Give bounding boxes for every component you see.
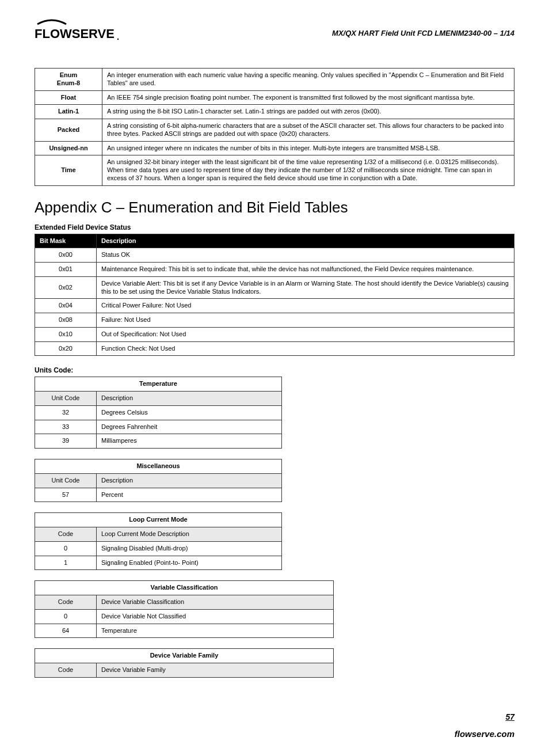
table-row: 0x10Out of Specification: Not Used bbox=[35, 327, 514, 341]
document-title: MX/QX HART Field Unit FCD LMENIM2340-00 … bbox=[332, 29, 514, 37]
logo: FLOWSERVE bbox=[35, 17, 121, 45]
table-header-row: CodeDevice Variable Family bbox=[35, 663, 334, 678]
type-name: Latin-1 bbox=[35, 105, 102, 119]
bit-desc: Failure: Not Used bbox=[97, 313, 514, 328]
table-row: 0x01Maintenance Required: This bit is se… bbox=[35, 263, 514, 277]
table-header-row: CodeDevice Variable Classification bbox=[35, 595, 334, 610]
table-row: Enum Enum-8 An integer enumeration with … bbox=[35, 69, 514, 91]
appendix-heading: Appendix C – Enumeration and Bit Field T… bbox=[35, 199, 514, 216]
table-title-row: Temperature bbox=[35, 377, 282, 392]
data-types-table: Enum Enum-8 An integer enumeration with … bbox=[35, 68, 514, 186]
variable-classification-table: Variable Classification CodeDevice Varia… bbox=[35, 580, 334, 638]
col-bit-mask: Bit Mask bbox=[35, 234, 97, 248]
class-code: 0 bbox=[35, 609, 97, 624]
table-title: Device Variable Family bbox=[35, 649, 334, 663]
col-code: Code bbox=[35, 663, 97, 678]
table-row: Float An IEEE 754 single precision float… bbox=[35, 90, 514, 105]
extended-status-heading: Extended Field Device Status bbox=[35, 223, 514, 231]
table-row: 0x08Failure: Not Used bbox=[35, 313, 514, 328]
flowserve-logo-icon: FLOWSERVE bbox=[35, 17, 121, 45]
table-row: 0Signaling Disabled (Multi-drop) bbox=[35, 541, 282, 556]
table-header-row: Unit CodeDescription bbox=[35, 473, 282, 488]
table-row: 0Device Variable Not Classified bbox=[35, 609, 334, 624]
table-row: 0x00Status OK bbox=[35, 248, 514, 263]
bit-desc: Function Check: Not Used bbox=[97, 341, 514, 356]
extended-status-table: Bit Mask Description 0x00Status OK 0x01M… bbox=[35, 234, 514, 356]
col-description: Loop Current Mode Description bbox=[97, 527, 282, 542]
bit-desc: Out of Specification: Not Used bbox=[97, 327, 514, 341]
bit-desc: Critical Power Failure: Not Used bbox=[97, 299, 514, 313]
page-header: FLOWSERVE MX/QX HART Field Unit FCD LMEN… bbox=[35, 17, 514, 45]
col-description: Device Variable Classification bbox=[97, 595, 334, 610]
type-desc: A string using the 8-bit ISO Latin-1 cha… bbox=[102, 105, 514, 119]
table-row: 32Degrees Celsius bbox=[35, 405, 282, 420]
unit-code: 39 bbox=[35, 434, 97, 449]
col-unit-code: Unit Code bbox=[35, 473, 97, 488]
page: FLOWSERVE MX/QX HART Field Unit FCD LMEN… bbox=[0, 0, 549, 756]
table-row: 64Temperature bbox=[35, 624, 334, 638]
unit-code: 33 bbox=[35, 420, 97, 434]
mode-code: 1 bbox=[35, 556, 97, 570]
type-name: Packed bbox=[35, 119, 102, 142]
table-header-row: Unit CodeDescription bbox=[35, 392, 282, 406]
table-row: 1Signaling Enabled (Point-to- Point) bbox=[35, 556, 282, 570]
bit-mask: 0x20 bbox=[35, 341, 97, 356]
table-header-row: CodeLoop Current Mode Description bbox=[35, 527, 282, 542]
type-desc: A string consisting of 6-bit alpha-numer… bbox=[102, 119, 514, 142]
type-name: Time bbox=[35, 155, 102, 185]
col-description: Description bbox=[97, 234, 514, 248]
table-title-row: Variable Classification bbox=[35, 581, 334, 595]
table-title: Variable Classification bbox=[35, 581, 334, 595]
unit-code: 32 bbox=[35, 405, 97, 420]
table-row: 0x20Function Check: Not Used bbox=[35, 341, 514, 356]
temperature-table: Temperature Unit CodeDescription 32Degre… bbox=[35, 377, 282, 449]
miscellaneous-table: Miscellaneous Unit CodeDescription 57Per… bbox=[35, 459, 282, 502]
table-title-row: Loop Current Mode bbox=[35, 513, 282, 527]
table-row: 0x04Critical Power Failure: Not Used bbox=[35, 299, 514, 313]
unit-desc: Percent bbox=[97, 488, 282, 502]
units-code-heading: Units Code: bbox=[35, 366, 514, 374]
class-code: 64 bbox=[35, 624, 97, 638]
table-row: 33Degrees Fahrenheit bbox=[35, 420, 282, 434]
table-row: 39Milliamperes bbox=[35, 434, 282, 449]
table-row: Packed A string consisting of 6-bit alph… bbox=[35, 119, 514, 142]
class-desc: Device Variable Not Classified bbox=[97, 609, 334, 624]
table-title: Temperature bbox=[35, 377, 282, 392]
type-desc: An unsigned 32-bit binary integer with t… bbox=[102, 155, 514, 185]
table-row: 57Percent bbox=[35, 488, 282, 502]
svg-point-0 bbox=[117, 39, 119, 40]
bit-mask: 0x08 bbox=[35, 313, 97, 328]
unit-desc: Milliamperes bbox=[97, 434, 282, 449]
class-desc: Temperature bbox=[97, 624, 334, 638]
table-title-row: Miscellaneous bbox=[35, 459, 282, 474]
col-description: Description bbox=[97, 392, 282, 406]
col-description: Description bbox=[97, 473, 282, 488]
bit-desc: Maintenance Required: This bit is set to… bbox=[97, 263, 514, 277]
table-header-row: Bit Mask Description bbox=[35, 234, 514, 248]
unit-desc: Degrees Celsius bbox=[97, 405, 282, 420]
type-name: Float bbox=[35, 90, 102, 105]
table-title-row: Device Variable Family bbox=[35, 649, 334, 663]
col-code: Code bbox=[35, 595, 97, 610]
loop-current-mode-table: Loop Current Mode CodeLoop Current Mode … bbox=[35, 512, 282, 570]
bit-mask: 0x02 bbox=[35, 276, 97, 299]
footer-url: flowserve.com bbox=[455, 729, 514, 739]
bit-mask: 0x01 bbox=[35, 263, 97, 277]
table-row: Latin-1 A string using the 8-bit ISO Lat… bbox=[35, 105, 514, 119]
col-code: Code bbox=[35, 527, 97, 542]
unit-code: 57 bbox=[35, 488, 97, 502]
bit-mask: 0x00 bbox=[35, 248, 97, 263]
type-desc: An IEEE 754 single precision floating po… bbox=[102, 90, 514, 105]
bit-desc: Status OK bbox=[97, 248, 514, 263]
logo-text: FLOWSERVE bbox=[35, 26, 115, 41]
table-row: Time An unsigned 32-bit binary integer w… bbox=[35, 155, 514, 185]
page-number: 57 bbox=[505, 712, 514, 721]
mode-code: 0 bbox=[35, 541, 97, 556]
type-name: Unsigned-nn bbox=[35, 141, 102, 155]
col-unit-code: Unit Code bbox=[35, 392, 97, 406]
bit-desc: Device Variable Alert: This bit is set i… bbox=[97, 276, 514, 299]
unit-desc: Degrees Fahrenheit bbox=[97, 420, 282, 434]
bit-mask: 0x04 bbox=[35, 299, 97, 313]
table-title: Loop Current Mode bbox=[35, 513, 282, 527]
table-title: Miscellaneous bbox=[35, 459, 282, 474]
